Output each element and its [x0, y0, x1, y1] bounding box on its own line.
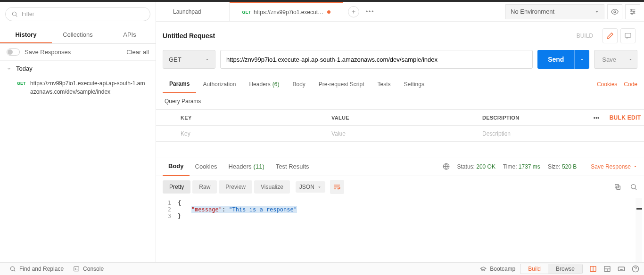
mode-build[interactable]: Build: [520, 264, 548, 274]
sidebar-tab-apis[interactable]: APIs: [104, 26, 156, 43]
tab-launchpad[interactable]: Launchpad: [163, 2, 230, 22]
format-select[interactable]: JSON: [296, 181, 325, 193]
save-dropdown[interactable]: [624, 50, 637, 69]
format-label: JSON: [299, 184, 314, 190]
sidebar-tab-history[interactable]: History: [0, 26, 52, 43]
svg-rect-12: [625, 33, 631, 38]
save-button[interactable]: Save: [594, 50, 624, 69]
clear-all-link[interactable]: Clear all: [126, 49, 149, 56]
wrap-lines-button[interactable]: [330, 180, 344, 194]
search-icon: [11, 11, 18, 17]
view-pretty[interactable]: Pretty: [163, 180, 190, 194]
mode-browse[interactable]: Browse: [548, 264, 582, 274]
add-tab-button[interactable]: [348, 6, 359, 17]
save-response-button[interactable]: Save Response: [591, 163, 637, 170]
time-label: Time:: [503, 163, 517, 170]
content: Launchpad GET https://znv99p7io1.execute…: [156, 2, 644, 262]
layout-icon[interactable]: [603, 265, 611, 273]
svg-line-25: [635, 188, 636, 190]
tab-more-button[interactable]: •••: [364, 8, 377, 15]
caret-down-icon: [317, 185, 322, 189]
env-quicklook-button[interactable]: [607, 4, 622, 19]
tab-request-active[interactable]: GET https://znv99p7io1.execute-api....: [230, 2, 343, 22]
code-link[interactable]: Code: [624, 81, 637, 88]
mode-toggle: Build Browse: [520, 264, 583, 274]
svg-line-27: [14, 270, 16, 272]
two-pane-icon[interactable]: [589, 265, 597, 273]
history-item[interactable]: GET https://znv99p7io1.execute-api.ap-so…: [0, 76, 156, 99]
send-dropdown[interactable]: [574, 50, 589, 69]
search-response-icon[interactable]: [630, 183, 637, 191]
param-desc-input[interactable]: [482, 130, 586, 137]
param-value-input[interactable]: [331, 130, 477, 137]
eye-icon: [611, 8, 619, 16]
keyboard-icon[interactable]: [618, 265, 625, 273]
svg-marker-18: [634, 166, 636, 167]
globe-icon[interactable]: [443, 163, 450, 170]
view-visualize[interactable]: Visualize: [254, 180, 290, 194]
bootcamp-button[interactable]: Bootcamp: [475, 263, 520, 275]
svg-point-24: [631, 185, 636, 189]
wrap-icon: [333, 183, 341, 191]
find-replace-button[interactable]: Find and Replace: [5, 263, 68, 275]
req-tab-params[interactable]: Params: [163, 75, 196, 93]
minimap[interactable]: [636, 198, 642, 262]
caret-down-icon: [633, 164, 637, 169]
req-tab-tests[interactable]: Tests: [371, 75, 397, 93]
bulk-edit-link[interactable]: Bulk Edit: [610, 114, 641, 121]
col-key: KEY: [175, 110, 326, 126]
history-method: GET: [17, 81, 30, 96]
status-bar: Find and Replace Console Bootcamp Build …: [0, 262, 644, 275]
filter-input[interactable]: [22, 11, 144, 17]
resp-tab-body[interactable]: Body: [163, 157, 190, 176]
req-tab-headers[interactable]: Headers(6): [242, 75, 286, 93]
notes-button[interactable]: [620, 28, 636, 43]
caret-down-icon: [628, 57, 633, 62]
line-number: 3: [156, 213, 178, 219]
request-title[interactable]: Untitled Request: [163, 32, 577, 40]
view-raw[interactable]: Raw: [192, 180, 217, 194]
save-responses-toggle[interactable]: [7, 49, 20, 56]
plus-icon: [351, 9, 356, 15]
status-value: 200 OK: [476, 163, 495, 170]
view-preview[interactable]: Preview: [219, 180, 252, 194]
col-description: DESCRIPTION: [477, 110, 586, 126]
req-tab-authorization[interactable]: Authorization: [196, 75, 242, 93]
svg-marker-19: [318, 186, 321, 188]
history-group-today[interactable]: Today: [0, 61, 156, 76]
resp-tab-headers[interactable]: Headers(11): [223, 157, 270, 176]
param-key-input[interactable]: [181, 130, 326, 137]
req-tab-settings[interactable]: Settings: [397, 75, 431, 93]
method-select[interactable]: GET: [163, 50, 215, 69]
comment-button[interactable]: [603, 28, 618, 43]
resp-tab-headers-label: Headers: [228, 163, 251, 170]
unsaved-dot-icon: [327, 10, 330, 14]
req-headers-count: (6): [272, 81, 280, 88]
col-more[interactable]: •••: [586, 110, 606, 126]
status-label: Status:: [457, 163, 475, 170]
save-responses-label: Save Responses: [25, 49, 126, 56]
response-body[interactable]: 1{ 2 "message": "This is a response" 3}: [156, 198, 644, 262]
console-button[interactable]: Console: [68, 263, 108, 275]
cookies-link[interactable]: Cookies: [597, 81, 617, 88]
svg-rect-28: [74, 267, 79, 271]
sidebar-tab-collections[interactable]: Collections: [52, 26, 104, 43]
req-tab-prerequest[interactable]: Pre-request Script: [312, 75, 371, 93]
tab-active-method: GET: [242, 10, 251, 15]
edit-icon: [606, 32, 614, 40]
query-params-title: Query Params: [156, 93, 644, 109]
send-button[interactable]: Send: [537, 50, 574, 69]
resp-tab-cookies[interactable]: Cookies: [190, 157, 223, 176]
copy-icon[interactable]: [614, 183, 621, 191]
env-settings-button[interactable]: [625, 4, 640, 19]
params-table: KEY VALUE DESCRIPTION ••• Bulk Edit: [156, 109, 644, 142]
help-icon[interactable]: [632, 265, 639, 273]
url-input[interactable]: [220, 50, 533, 69]
code-text: }: [178, 213, 181, 219]
req-tab-body[interactable]: Body: [286, 75, 312, 93]
json-key: "message": [191, 206, 222, 213]
environment-select[interactable]: No Environment: [505, 4, 604, 19]
resp-tab-test-results[interactable]: Test Results: [270, 157, 315, 176]
svg-point-26: [10, 267, 14, 270]
caret-down-icon: [205, 57, 209, 62]
